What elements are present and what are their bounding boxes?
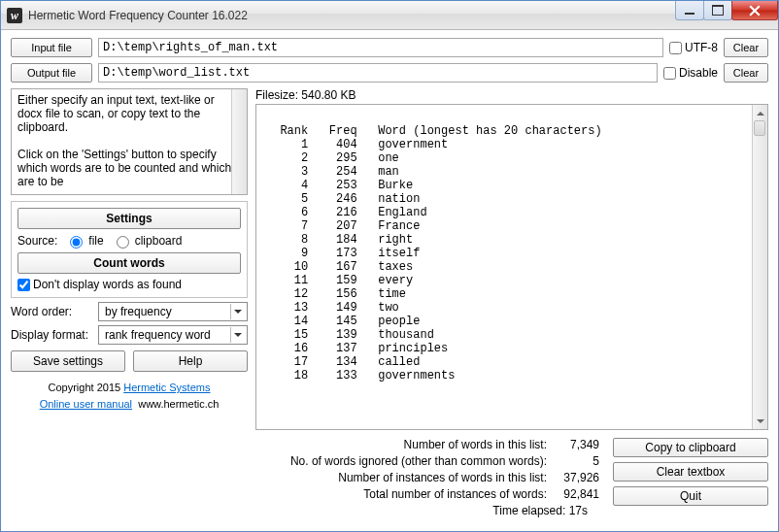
clear-input-button[interactable]: Clear (724, 38, 768, 57)
instructions-textbox: Either specify an input text, text-like … (11, 88, 248, 195)
input-file-path[interactable] (98, 38, 663, 57)
word-order-value: by frequency (105, 305, 172, 318)
utf8-checkbox[interactable]: UTF-8 (669, 41, 718, 54)
display-format-label: Display format: (11, 328, 92, 342)
output-file-path[interactable] (98, 63, 658, 83)
help-button[interactable]: Help (133, 350, 248, 372)
credits: Copyright 2015 Hermetic Systems Online u… (11, 380, 248, 412)
input-file-button[interactable]: Input file (11, 38, 92, 57)
instructions-text: Either specify an input text, text-like … (17, 93, 234, 188)
word-order-label: Word order: (11, 305, 92, 318)
manual-link[interactable]: Online user manual (40, 398, 132, 410)
company-link[interactable]: Hermetic Systems (123, 382, 210, 393)
dont-display-check-input[interactable] (17, 279, 30, 291)
output-file-button[interactable]: Output file (11, 63, 92, 83)
minimize-button[interactable] (675, 1, 704, 20)
instructions-scrollbar[interactable] (231, 89, 247, 194)
results-textbox[interactable]: Rank Freq Word (longest has 20 character… (255, 104, 768, 430)
copy-clipboard-button[interactable]: Copy to clipboard (613, 438, 768, 457)
dont-display-label: Don't display words as found (33, 278, 182, 291)
utf8-label: UTF-8 (685, 41, 718, 54)
results-scrollbar[interactable] (752, 105, 767, 429)
display-format-value: rank frequency word (105, 328, 211, 342)
scroll-thumb[interactable] (754, 120, 765, 136)
settings-button[interactable]: Settings (17, 208, 241, 229)
settings-panel: Settings Source: file clipboard Count wo… (11, 201, 248, 298)
maximize-button[interactable] (703, 1, 732, 20)
window-title: Hermetic Word Frequency Counter 16.022 (28, 9, 248, 22)
chevron-down-icon (230, 327, 245, 343)
clear-output-button[interactable]: Clear (724, 63, 768, 83)
filesize-label: Filesize: 540.80 KB (255, 88, 768, 102)
source-clipboard-radio[interactable]: clipboard (112, 233, 183, 249)
clear-textbox-button[interactable]: Clear textbox (613, 462, 768, 482)
disable-checkbox[interactable]: Disable (663, 66, 718, 80)
count-words-button[interactable]: Count words (17, 252, 241, 274)
save-settings-button[interactable]: Save settings (11, 350, 125, 372)
close-button[interactable] (731, 1, 778, 20)
stats-block: Number of words in this list:7,349 No. o… (255, 438, 599, 517)
source-label: Source: (17, 234, 57, 248)
word-order-combo[interactable]: by frequency (98, 302, 248, 321)
source-file-radio[interactable]: file (65, 233, 103, 249)
chevron-down-icon (230, 304, 245, 319)
disable-check-input[interactable] (663, 67, 676, 80)
display-format-combo[interactable]: rank frequency word (98, 325, 248, 345)
scroll-up-icon[interactable] (753, 105, 767, 120)
scroll-down-icon[interactable] (753, 414, 767, 429)
dont-display-checkbox[interactable]: Don't display words as found (17, 278, 241, 291)
disable-label: Disable (679, 66, 718, 80)
title-bar: w Hermetic Word Frequency Counter 16.022 (1, 1, 778, 30)
quit-button[interactable]: Quit (613, 486, 768, 506)
app-icon: w (7, 8, 22, 23)
utf8-check-input[interactable] (669, 42, 682, 54)
